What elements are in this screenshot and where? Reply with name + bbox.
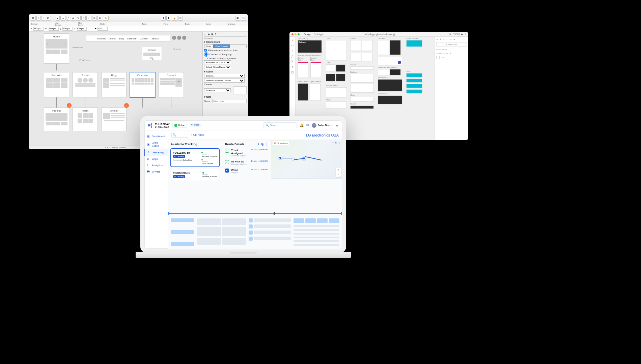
wireframe-nav[interactable]: PortfolioAboutBlogCalendarContactSearch [86,35,170,42]
route-step[interactable]: ✓ At Pick upHanover, Virginia 14 Mar – 0… [225,160,268,165]
wf-article[interactable]: Article [101,108,127,131]
front-btn[interactable]: ⬆ [161,16,166,21]
zoom-out-btn[interactable]: − [336,172,341,177]
close-map-btn[interactable]: ✕Close Map [273,141,289,145]
tool-line[interactable]: ╱ [66,16,70,21]
copy-icon[interactable]: ⎘ [261,143,263,146]
app-logo-icon[interactable]: ≡⟨ [148,123,152,128]
zoom-icon[interactable]: 🔍 [449,33,452,36]
online-status[interactable]: Online [172,123,187,128]
tool-magnify[interactable]: ⊕ [97,16,102,21]
nav-tracking[interactable]: ⟟Tracking [144,149,168,156]
more-icon[interactable]: ⋮ [265,143,268,146]
h-input[interactable] [77,27,87,31]
sidebar-btn[interactable]: ▤ [31,16,36,21]
route-step[interactable]: ✓ Truck AssignedHanover, Virginia 14 Mar… [225,149,268,157]
nav-lego[interactable]: ⊞Lego [144,156,168,162]
exclude-icon[interactable]: ⊘ [445,48,447,51]
lock-btn[interactable]: 🔒 [172,16,177,21]
wf-project[interactable]: Project [44,108,69,131]
tab-design[interactable]: Design [304,33,311,35]
align-top-icon[interactable]: ⫣ [446,38,448,40]
nav-dashboard[interactable]: ▦Dashboard [144,133,168,140]
add-icon[interactable]: + [258,143,259,146]
traffic-lights[interactable] [291,33,300,35]
tool-stamp[interactable]: ⊡ [92,16,97,21]
tracking-card[interactable]: #380059551 In Delivery PickupWichita, Ka… [171,169,219,181]
zoom-in-btn[interactable]: + [336,168,341,172]
subtract-icon[interactable]: ⊖ [439,48,441,51]
user-menu[interactable]: John Doe ▾ [312,123,333,128]
tool-artboard[interactable]: ▢ [291,70,294,74]
align-left-icon[interactable]: ⫠ [436,38,438,40]
style-btn[interactable]: ◧ [46,16,51,21]
map[interactable]: ✕Close Map +⎘⋮ + − [271,140,342,179]
tool-circle[interactable]: ○ [291,49,294,52]
repeat-grid-btn[interactable]: Repeat Grid [436,42,467,47]
allow-connections-checkbox[interactable] [204,49,207,52]
tab-properties-icon[interactable]: ▭ [204,33,206,36]
share-icon[interactable]: ⇪ [464,33,466,36]
wf-team[interactable]: Team [73,108,98,131]
ranking-select[interactable]: Default Object Ranking [204,65,231,69]
mail-icon[interactable]: ✉ [306,123,309,127]
inspect-btn[interactable]: ⓘ [241,16,246,21]
filter-search[interactable]: 🔍 [171,133,188,138]
warning-icon[interactable]: ▲ [335,123,339,127]
switch-select[interactable]: Switch to a Specific Canvas [204,79,245,83]
wf-search[interactable]: Search 🔍 [142,47,162,60]
tab-geometry-icon[interactable]: ▦ [211,33,214,36]
more-icon[interactable]: ⋮ [338,141,341,144]
stroke-input[interactable] [97,27,108,31]
tool-select[interactable]: ▸ [291,38,294,41]
ungroup-btn[interactable]: ⊟ [178,16,183,21]
copy-icon[interactable]: ⎘ [335,141,337,144]
tool-pen[interactable]: ✎ [291,60,294,63]
tool-pen[interactable]: ✎ [76,16,81,21]
tool-text[interactable]: A [71,16,75,21]
zoom-value[interactable]: 19.3% [453,33,460,35]
add-icon[interactable]: + [332,141,334,144]
wf-contact[interactable]: Contact 📍 [159,72,184,97]
route-step[interactable]: ▸ WentVirginia 14 Mar – 10:00 PM [225,169,268,174]
wf-calendar[interactable]: Calendar [130,72,155,97]
align-bottom-icon[interactable]: ⫥ [453,38,455,40]
nav-drivers[interactable]: ⛟Drivers [144,169,168,175]
tool-rect[interactable]: ▭ [291,43,294,47]
union-icon[interactable]: ⊕ [436,48,438,51]
wf-about[interactable]: About [73,72,98,97]
tracking-card[interactable]: #951159739 In Delivery Responsible: John… [171,149,219,167]
tool-pointer[interactable]: ▸ [56,16,60,21]
canvas-select[interactable]: Wireframe [204,88,231,92]
add-filters-btn[interactable]: + Add Filters [191,134,204,136]
tool-line[interactable]: ╱ [291,54,294,58]
play-icon[interactable]: ▶ [461,33,463,36]
x-input[interactable] [33,27,44,31]
new-layer-btn[interactable]: + [41,16,45,21]
jump-select[interactable]: Jump to… [204,74,245,78]
fill-swatch[interactable] [436,56,440,59]
align-middle-icon[interactable]: ⫤ [450,38,452,40]
tool-shape[interactable]: ◇ [81,16,86,21]
header-search[interactable]: 🔍 Search [263,122,297,128]
wf-portfolio[interactable]: Portfolio [44,72,69,97]
tool-rect[interactable]: ▭ [60,16,65,21]
name-input[interactable] [212,99,247,103]
tab-style-icon[interactable]: ◉ [208,33,210,36]
connections-toggle[interactable]: Lines Other Objects [204,44,247,48]
y-input[interactable] [62,27,73,31]
intersect-icon[interactable]: ⊗ [442,48,444,51]
tool-text[interactable]: T [291,65,294,68]
align-center-icon[interactable]: ⫡ [440,38,442,40]
tab-text-icon[interactable]: T [215,33,216,36]
tool-connect[interactable]: ⟋ [86,16,91,21]
new-canvas-btn[interactable]: + [36,16,40,21]
nav-analytics[interactable]: ⫯Analytics [144,162,168,169]
connect-group-radio[interactable] [204,52,208,57]
stencils-btn[interactable]: ▦ [235,16,240,21]
w-input[interactable] [49,27,59,31]
wf-home[interactable]: Home ‹› [44,33,69,64]
tool-hand[interactable]: ✋ [103,16,109,21]
bell-icon[interactable]: 🔔 [300,123,304,127]
tab-prototype[interactable]: Prototype [314,33,324,35]
